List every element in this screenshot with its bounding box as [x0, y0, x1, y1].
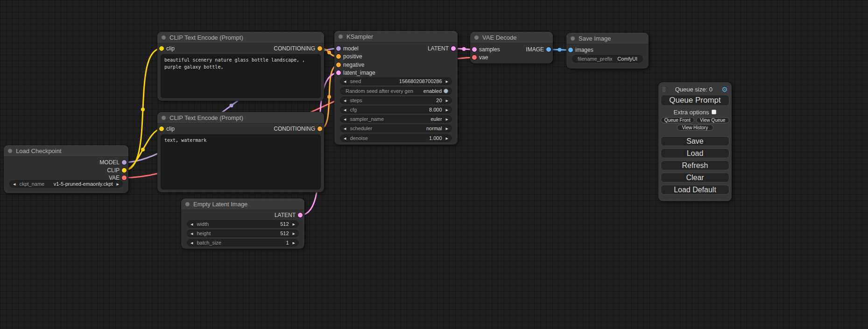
- decrement-arrow-icon[interactable]: ◀: [191, 241, 193, 245]
- input-port-negative[interactable]: [336, 63, 341, 67]
- increment-arrow-icon[interactable]: ▶: [446, 99, 448, 102]
- input-port-model[interactable]: [336, 46, 341, 51]
- input-port-images[interactable]: [568, 48, 573, 52]
- widget-ckpt-name[interactable]: ◀ ckpt_name v1-5-pruned-emaonly.ckpt ▶: [9, 180, 123, 188]
- increment-arrow-icon[interactable]: ▶: [446, 127, 448, 130]
- widget-name: batch_size: [197, 240, 221, 245]
- menu-drag-handle-icon[interactable]: ⣿: [662, 86, 666, 92]
- input-port-clip[interactable]: [159, 46, 164, 51]
- node-save-image[interactable]: Save Image images filename_prefix ComfyU…: [566, 33, 649, 69]
- node-vae-decode[interactable]: VAE Decode samples vae IMAGE: [470, 32, 553, 63]
- link-midpoint-model[interactable]: [230, 104, 233, 107]
- decrement-arrow-icon[interactable]: ◀: [344, 80, 346, 83]
- widget-batch-size[interactable]: ◀ batch_size 1 ▶: [187, 239, 299, 246]
- widget-value: 1: [286, 240, 289, 245]
- decrement-arrow-icon[interactable]: ◀: [191, 223, 193, 226]
- prompt-textarea[interactable]: beautiful scenery nature glass bottle la…: [161, 54, 321, 98]
- output-port-image[interactable]: [546, 47, 551, 52]
- link-midpoint-positive-conditioning[interactable]: [327, 51, 331, 55]
- widget-sampler-name[interactable]: ◀ sampler_name euler ▶: [340, 115, 452, 123]
- widget-filename-prefix[interactable]: filename_prefix ComfyUI: [572, 55, 643, 63]
- decrement-arrow-icon[interactable]: ◀: [13, 182, 15, 186]
- collapse-dot[interactable]: [474, 35, 479, 40]
- increment-arrow-icon[interactable]: ▶: [446, 80, 448, 83]
- settings-gear-icon[interactable]: ⚙: [722, 86, 728, 93]
- node-graph-canvas[interactable]: Load Checkpoint MODEL CLIP VAE ◀ ckpt_na…: [0, 0, 868, 329]
- load-button[interactable]: Load: [661, 148, 729, 158]
- increment-arrow-icon[interactable]: ▶: [446, 137, 448, 140]
- input-label-samples: samples: [479, 46, 500, 53]
- increment-arrow-icon[interactable]: ▶: [446, 108, 448, 112]
- widget-height[interactable]: ◀ height 512 ▶: [187, 230, 299, 237]
- comfy-menu-panel[interactable]: ⣿ Queue size: 0 ⚙ Queue Prompt Extra opt…: [658, 82, 732, 201]
- input-port-latent-image[interactable]: [336, 70, 341, 75]
- widget-denoise[interactable]: ◀ denoise 1.000 ▶: [340, 134, 452, 142]
- toggle-knob[interactable]: [444, 89, 448, 93]
- collapse-dot[interactable]: [8, 149, 12, 153]
- increment-arrow-icon[interactable]: ▶: [117, 182, 119, 186]
- collapse-dot[interactable]: [162, 116, 166, 120]
- input-port-samples[interactable]: [472, 47, 477, 52]
- link-midpoint-negative-conditioning[interactable]: [327, 95, 331, 99]
- queue-prompt-button[interactable]: Queue Prompt: [661, 95, 729, 106]
- decrement-arrow-icon[interactable]: ◀: [344, 99, 346, 102]
- output-port-latent[interactable]: [298, 213, 303, 217]
- view-queue-button[interactable]: View Queue: [696, 117, 730, 123]
- output-port-latent[interactable]: [451, 46, 456, 51]
- output-port-clip[interactable]: [122, 168, 127, 173]
- node-header[interactable]: CLIP Text Encode (Prompt): [157, 32, 324, 43]
- node-header[interactable]: Empty Latent Image: [181, 198, 304, 210]
- output-port-vae[interactable]: [122, 175, 127, 180]
- link-midpoint-clip-to-negative-prompt[interactable]: [141, 148, 145, 152]
- increment-arrow-icon[interactable]: ▶: [293, 232, 295, 235]
- node-ksampler[interactable]: KSampler model positive negative latent_…: [334, 31, 458, 145]
- decrement-arrow-icon[interactable]: ◀: [344, 137, 346, 140]
- refresh-button[interactable]: Refresh: [661, 161, 729, 170]
- node-header[interactable]: VAE Decode: [470, 32, 553, 43]
- node-clip-text-encode-negative[interactable]: CLIP Text Encode (Prompt) clip CONDITION…: [157, 112, 324, 192]
- collapse-dot[interactable]: [571, 36, 575, 41]
- collapse-dot[interactable]: [339, 35, 343, 39]
- widget-cfg[interactable]: ◀ cfg 8.000 ▶: [340, 106, 452, 113]
- load-default-button[interactable]: Load Default: [661, 185, 729, 195]
- node-title: VAE Decode: [482, 34, 516, 41]
- node-load-checkpoint[interactable]: Load Checkpoint MODEL CLIP VAE ◀ ckpt_na…: [4, 145, 128, 193]
- widget-seed[interactable]: ◀ seed 156680208700286 ▶: [340, 77, 452, 85]
- output-port-conditioning[interactable]: [318, 126, 322, 131]
- extra-options-checkbox[interactable]: [712, 110, 716, 114]
- widget-steps[interactable]: ◀ steps 20 ▶: [340, 97, 452, 104]
- link-midpoint-clip-to-positive-prompt[interactable]: [141, 108, 145, 112]
- output-port-conditioning[interactable]: [318, 46, 322, 51]
- decrement-arrow-icon[interactable]: ◀: [191, 232, 193, 235]
- node-clip-text-encode-positive[interactable]: CLIP Text Encode (Prompt) clip CONDITION…: [157, 32, 324, 101]
- link-midpoint-image[interactable]: [558, 48, 562, 52]
- increment-arrow-icon[interactable]: ▶: [446, 118, 448, 121]
- input-port-clip[interactable]: [159, 126, 164, 131]
- view-history-button[interactable]: View History: [677, 125, 713, 131]
- input-label-model: model: [343, 45, 359, 52]
- save-button[interactable]: Save: [661, 136, 729, 146]
- widget-width[interactable]: ◀ width 512 ▶: [187, 220, 299, 228]
- collapse-dot[interactable]: [162, 35, 166, 40]
- clear-button[interactable]: Clear: [661, 173, 729, 182]
- widget-scheduler[interactable]: ◀ scheduler normal ▶: [340, 125, 452, 132]
- node-header[interactable]: Load Checkpoint: [4, 145, 128, 157]
- node-empty-latent-image[interactable]: Empty Latent Image LATENT ◀ width 512 ▶ …: [181, 198, 304, 249]
- decrement-arrow-icon[interactable]: ◀: [344, 127, 346, 130]
- node-header[interactable]: Save Image: [566, 33, 649, 44]
- decrement-arrow-icon[interactable]: ◀: [344, 108, 346, 112]
- increment-arrow-icon[interactable]: ▶: [293, 241, 295, 245]
- decrement-arrow-icon[interactable]: ◀: [344, 118, 346, 121]
- widget-name: seed: [350, 79, 361, 84]
- node-header[interactable]: KSampler: [334, 31, 458, 42]
- input-port-positive[interactable]: [336, 54, 341, 59]
- queue-front-button[interactable]: Queue Front: [661, 117, 694, 123]
- prompt-textarea[interactable]: text, watermark: [161, 134, 321, 189]
- collapse-dot[interactable]: [185, 202, 190, 206]
- widget-random-seed-toggle[interactable]: Random seed after every gen enabled: [340, 87, 452, 95]
- output-port-model[interactable]: [122, 160, 127, 165]
- link-midpoint-samples[interactable]: [462, 47, 466, 51]
- input-port-vae[interactable]: [472, 55, 477, 60]
- node-header[interactable]: CLIP Text Encode (Prompt): [157, 112, 324, 124]
- increment-arrow-icon[interactable]: ▶: [293, 223, 295, 226]
